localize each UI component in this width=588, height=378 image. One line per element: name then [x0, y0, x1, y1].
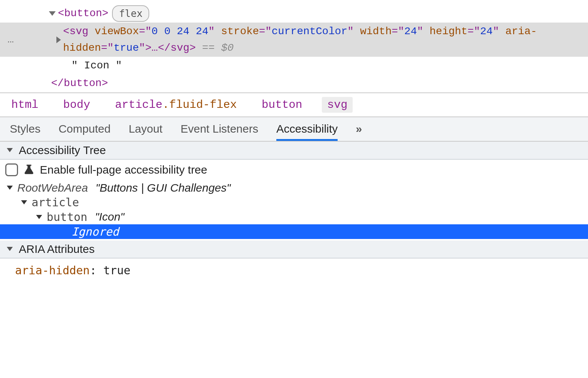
enable-full-page-a11y-checkbox[interactable]: [5, 163, 18, 176]
elements-dom-tree[interactable]: <button> flex … <svg viewBox="0 0 24 24"…: [0, 0, 588, 92]
aria-attributes-body: aria-hidden: true: [0, 259, 588, 284]
breadcrumb-article[interactable]: article.fluid-flex: [110, 97, 242, 113]
experiment-beaker-icon: [23, 163, 35, 176]
tab-accessibility[interactable]: Accessibility: [276, 122, 338, 141]
chevron-down-icon[interactable]: [36, 215, 42, 219]
aria-attributes-header-label: ARIA Attributes: [19, 243, 95, 256]
collapse-triangle-icon[interactable]: [7, 148, 13, 152]
expand-arrow-icon[interactable]: [49, 11, 56, 16]
selected-row-ellipsis-icon[interactable]: …: [4, 32, 26, 48]
a11y-tree-header-label: Accessibility Tree: [19, 144, 106, 157]
attr-name: stroke: [221, 26, 259, 37]
collapse-triangle-icon[interactable]: [7, 247, 13, 251]
a11y-tree-header[interactable]: Accessibility Tree: [0, 142, 588, 160]
breadcrumb-html[interactable]: html: [6, 97, 44, 113]
dom-textnode-row[interactable]: " Icon ": [0, 57, 588, 74]
tab-layout[interactable]: Layout: [129, 122, 162, 141]
enable-full-page-a11y-tree-row[interactable]: Enable full-page accessibility tree: [0, 160, 588, 180]
attr-value: 24: [480, 26, 493, 37]
a11y-button[interactable]: button "Icon": [0, 210, 588, 224]
dom-svg-row[interactable]: … <svg viewBox="0 0 24 24" stroke="curre…: [0, 23, 588, 57]
a11y-article[interactable]: article: [0, 195, 588, 210]
dom-button-close-row[interactable]: </button>: [0, 74, 588, 92]
enable-full-page-a11y-label: Enable full-page accessibility tree: [40, 163, 207, 176]
a11y-root[interactable]: RootWebArea "Buttons | GUI Challenges": [0, 181, 588, 195]
breadcrumb-button[interactable]: button: [256, 97, 308, 113]
tab-computed[interactable]: Computed: [59, 122, 111, 141]
tab-event-listeners[interactable]: Event Listeners: [180, 122, 258, 141]
attr-value: 0 0 24 24: [152, 26, 208, 37]
tab-styles[interactable]: Styles: [10, 122, 41, 141]
breadcrumb-body[interactable]: body: [58, 97, 95, 113]
attr-value: 24: [404, 26, 417, 37]
textnode-icon: " Icon ": [71, 57, 122, 74]
breadcrumb[interactable]: htmlbodyarticle.fluid-flexbuttonsvg: [0, 92, 588, 117]
aria-attr-key: aria-hidden: [15, 264, 90, 277]
a11y-ignored-node[interactable]: Ignored: [0, 224, 588, 239]
button-open-tag: <button>: [58, 5, 108, 21]
collapsed-arrow-icon[interactable]: [56, 36, 61, 43]
svg-tag-source: <svg viewBox="0 0 24 24" stroke="current…: [63, 23, 588, 56]
button-close-tag: </button>: [51, 75, 108, 91]
chevron-down-icon[interactable]: [7, 186, 13, 190]
dom-button-open-row[interactable]: <button> flex: [0, 5, 588, 23]
a11y-tree[interactable]: RootWebArea "Buttons | GUI Challenges" a…: [0, 180, 588, 240]
aria-attr-val: true: [103, 264, 130, 277]
chevron-down-icon[interactable]: [21, 200, 27, 204]
tabs-overflow-icon[interactable]: »: [356, 122, 364, 141]
attr-name: viewBox: [95, 26, 139, 37]
breadcrumb-svg[interactable]: svg: [322, 97, 353, 113]
attr-value: currentColor: [271, 26, 347, 37]
aria-attributes-header[interactable]: ARIA Attributes: [0, 240, 588, 259]
attr-value: true: [114, 42, 139, 54]
elements-subpanels-tabstrip[interactable]: StylesComputedLayoutEvent ListenersAcces…: [0, 117, 588, 142]
flex-badge[interactable]: flex: [112, 5, 149, 22]
attr-name: width: [360, 26, 392, 37]
svg-rect-0: [27, 165, 32, 166]
attr-name: height: [430, 26, 468, 37]
